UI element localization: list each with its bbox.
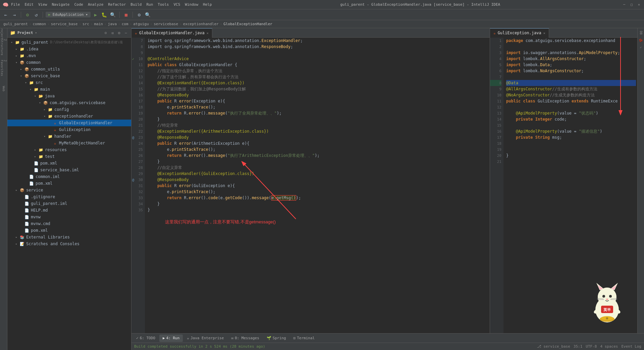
tree-item-package[interactable]: ▾ 📦 com.atguigu.servicebase bbox=[7, 99, 131, 106]
tree-item-mvnw-cmd[interactable]: ▸ 📄 mvnw.cmd bbox=[7, 220, 131, 227]
coverage-button[interactable]: 🔍 bbox=[109, 11, 117, 18]
tree-item-guli-iml[interactable]: ▸ 📄 guli_parent.iml bbox=[7, 200, 131, 207]
tree-item-pom-common[interactable]: ▸ 📄 pom.xml bbox=[7, 180, 131, 187]
event-log[interactable]: Event Log bbox=[621, 344, 641, 349]
tree-item-pom-sb[interactable]: ▸ 📄 pom.xml bbox=[7, 160, 131, 167]
menu-refactor[interactable]: Refactor bbox=[108, 2, 126, 7]
run-config-dropdown-icon[interactable]: ▾ bbox=[86, 12, 88, 17]
sync-button[interactable]: ↺ bbox=[33, 11, 40, 18]
breadcrumb-com[interactable]: com bbox=[122, 22, 128, 26]
tab-run[interactable]: ▶ 4: Run bbox=[159, 335, 183, 342]
settings-button[interactable]: ⚙ bbox=[136, 11, 143, 18]
tree-item-help-md[interactable]: ▸ 📄 HELP.md bbox=[7, 207, 131, 214]
breadcrumb-src[interactable]: src bbox=[83, 22, 89, 26]
settings-panel-button[interactable]: ⚙ bbox=[116, 30, 122, 36]
expand-all-button[interactable]: ⇉ bbox=[110, 30, 115, 36]
project-tool-icon[interactable]: 1 Project bbox=[0, 30, 7, 36]
right-code-editor[interactable]: ☕ GuliException.java ✕ 1 2 3 4 5 6 7 bbox=[490, 28, 637, 333]
tree-item-scratches[interactable]: ▸ 📝 Scratches and Consoles bbox=[7, 240, 131, 247]
validation-icon[interactable]: ✓ bbox=[638, 44, 644, 50]
tab-spring[interactable]: 🌱 Spring bbox=[263, 335, 289, 342]
menu-tools[interactable]: Tools bbox=[158, 2, 169, 7]
tree-item-common-utils[interactable]: ▸ 📦 common_utils bbox=[7, 66, 131, 73]
structure-tool-icon[interactable]: 2 Structure bbox=[0, 44, 7, 50]
tree-item-common[interactable]: ▾ 📦 common bbox=[7, 59, 131, 66]
search-everywhere-button[interactable]: 🔍 bbox=[144, 11, 152, 18]
tab-close-button[interactable]: ✕ bbox=[207, 31, 209, 35]
run-config-selector[interactable]: ▶ EduApplication ▾ bbox=[46, 12, 91, 17]
right-code-content[interactable]: package com.atguigu.servicebase.exceptio… bbox=[503, 38, 637, 333]
tree-item-idea[interactable]: ▸ 📁 .idea bbox=[7, 46, 131, 52]
breadcrumb-main[interactable]: main bbox=[94, 22, 103, 26]
menu-code[interactable]: Code bbox=[74, 2, 83, 7]
menu-analyze[interactable]: Analyze bbox=[88, 2, 103, 7]
close-panel-button[interactable]: − bbox=[123, 30, 128, 36]
git-branch[interactable]: ⎇ service_base bbox=[537, 344, 570, 349]
breadcrumb-classname[interactable]: GlobalExceptionHandler bbox=[223, 22, 272, 26]
menu-bar[interactable]: File Edit View Navigate Code Analyze Ref… bbox=[11, 2, 212, 7]
project-panel-dropdown[interactable]: ▾ bbox=[35, 31, 37, 35]
tree-item-global-exception-handler[interactable]: ▸ ☕ GlobalExceptionHandler bbox=[7, 120, 131, 126]
tab-java-enterprise[interactable]: ☕ Java Enterprise bbox=[183, 335, 227, 342]
close-button[interactable]: ✕ bbox=[637, 2, 641, 7]
tree-item-src[interactable]: ▾ 📁 src bbox=[7, 79, 131, 86]
breadcrumb-exceptionhandler[interactable]: exceptionhandler bbox=[183, 22, 219, 26]
indent[interactable]: 4 spaces bbox=[600, 344, 618, 349]
debug-button[interactable]: 🐛 bbox=[101, 11, 108, 18]
tree-item-meta-object-handler[interactable]: ▸ ☕ MyMetaObjectHandler bbox=[7, 140, 131, 146]
menu-help[interactable]: Help bbox=[203, 2, 212, 7]
breadcrumb-atguigu[interactable]: atguigu bbox=[133, 22, 149, 26]
menu-run[interactable]: Run bbox=[146, 2, 153, 7]
tab-messages[interactable]: ✉ 0: Messages bbox=[228, 335, 262, 342]
window-controls[interactable]: ─ □ ✕ bbox=[622, 2, 641, 7]
web-tool-icon[interactable]: Web bbox=[0, 85, 7, 92]
breadcrumb-servicebase[interactable]: servicebase bbox=[154, 22, 178, 26]
code-content[interactable]: import org.springframework.web.bind.anno… bbox=[145, 38, 321, 333]
menu-file[interactable]: File bbox=[11, 2, 20, 7]
tree-item-main[interactable]: ▾ 📁 main bbox=[7, 86, 131, 93]
menu-navigate[interactable]: Navigate bbox=[52, 2, 70, 7]
tree-item-resources[interactable]: ▸ 📁 resources bbox=[7, 146, 131, 153]
encoding[interactable]: UTF-8 bbox=[586, 344, 597, 349]
tab-global-exception-handler[interactable]: ☕ GlobalExceptionHandler.java ✕ bbox=[131, 28, 212, 38]
favorites-tool-icon[interactable]: 2 Favorites bbox=[0, 64, 7, 71]
breadcrumb-root[interactable]: guli_parent bbox=[3, 22, 28, 26]
tab-terminal[interactable]: ⊡ Terminal bbox=[290, 335, 318, 342]
tree-item-service-base-iml[interactable]: ▸ 📄 service_base.iml bbox=[7, 167, 131, 173]
tree-item-config[interactable]: ▸ 📁 config bbox=[7, 106, 131, 113]
tree-item-exceptionhandler[interactable]: ▾ 📁 exceptionhandler bbox=[7, 113, 131, 120]
stop-button[interactable]: ■ bbox=[122, 11, 130, 18]
tree-item-mvn[interactable]: ▸ 📁 .mvn bbox=[7, 52, 131, 59]
database-icon[interactable]: DB bbox=[638, 30, 644, 36]
menu-build[interactable]: Build bbox=[130, 2, 142, 7]
tree-item-service[interactable]: ▸ 📦 service bbox=[7, 187, 131, 193]
maximize-button[interactable]: □ bbox=[629, 2, 634, 7]
locate-button[interactable]: ⊙ bbox=[103, 30, 108, 36]
breadcrumb-common[interactable]: common bbox=[33, 22, 46, 26]
menu-window[interactable]: Window bbox=[185, 2, 198, 7]
tree-item-test[interactable]: ▸ 📁 test bbox=[7, 153, 131, 160]
tab-todo[interactable]: ✓ 6: TODO bbox=[133, 335, 159, 342]
tree-item-guli-parent[interactable]: ▾ 📁 guli_parent D:\UserData\Desktop\教育项目… bbox=[7, 39, 131, 46]
tree-item-common-iml[interactable]: ▸ 📄 common.iml bbox=[7, 173, 131, 180]
minimize-button[interactable]: ─ bbox=[622, 2, 627, 7]
tree-item-external-libs[interactable]: ▸ 📚 External Libraries bbox=[7, 234, 131, 240]
back-button[interactable]: ← bbox=[2, 11, 9, 18]
build-button[interactable]: ⚙ bbox=[24, 11, 31, 18]
menu-vcs[interactable]: VCS bbox=[173, 2, 180, 7]
tree-item-java[interactable]: ▾ 📂 java bbox=[7, 93, 131, 99]
menu-view[interactable]: View bbox=[38, 2, 47, 7]
breadcrumb-java[interactable]: java bbox=[108, 22, 117, 26]
menu-edit[interactable]: Edit bbox=[25, 2, 34, 7]
tree-item-handler[interactable]: ▾ 📁 handler bbox=[7, 133, 131, 140]
run-button[interactable]: ▶ bbox=[92, 11, 99, 18]
left-code-editor[interactable]: ☕ GlobalExceptionHandler.java ✕ 7 8 9 ✓1… bbox=[131, 28, 490, 333]
breadcrumb-service-base[interactable]: service_base bbox=[51, 22, 77, 26]
tab-guli-exception[interactable]: ☕ GuliException.java ✕ bbox=[490, 28, 549, 38]
forward-button[interactable]: → bbox=[11, 11, 18, 18]
bean-icon[interactable]: 🫘 bbox=[638, 37, 644, 43]
tab-close-right[interactable]: ✕ bbox=[543, 31, 545, 35]
tree-item-pom-root[interactable]: ▸ 📄 pom.xml bbox=[7, 227, 131, 234]
tree-item-gitignore[interactable]: ▸ 📄 .gitignore bbox=[7, 193, 131, 200]
tree-item-mvnw[interactable]: ▸ 📄 mvnw bbox=[7, 214, 131, 220]
